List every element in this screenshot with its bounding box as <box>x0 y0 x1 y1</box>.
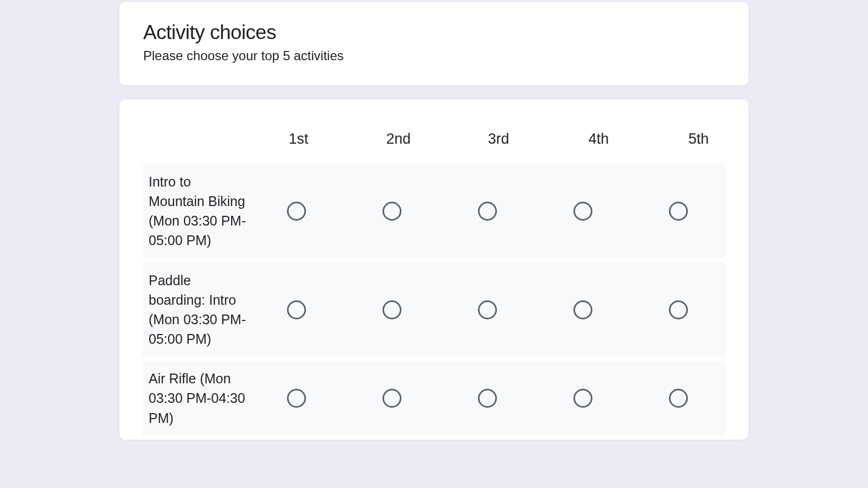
table-row: Intro to Mountain Biking (Mon 03:30 PM-0… <box>142 164 726 258</box>
radio-row0-5th[interactable] <box>669 202 688 221</box>
radio-row2-5th[interactable] <box>669 389 688 408</box>
radio-cell <box>535 300 630 319</box>
column-header-3rd: 3rd <box>449 131 548 147</box>
row-label: Paddle boarding: Intro (Mon 03:30 PM-05:… <box>142 271 248 349</box>
radio-row2-2nd[interactable] <box>382 389 401 408</box>
activity-grid-card: 1st 2nd 3rd 4th 5th Intro to Mountain Bi… <box>119 99 749 440</box>
radio-row1-3rd[interactable] <box>478 300 497 319</box>
radio-row2-3rd[interactable] <box>478 389 497 408</box>
grid-rows-container: Intro to Mountain Biking (Mon 03:30 PM-0… <box>119 164 749 435</box>
grid-header-spacer <box>119 131 248 147</box>
radio-cell <box>630 389 726 408</box>
radio-cell <box>439 389 535 408</box>
table-row: Paddle boarding: Intro (Mon 03:30 PM-05:… <box>142 262 726 357</box>
radio-cell <box>439 300 535 319</box>
section-description: Please choose your top 5 activities <box>143 48 725 63</box>
row-label: Air Rifle (Mon 03:30 PM-04:30 PM) <box>142 369 248 428</box>
radio-row0-4th[interactable] <box>573 202 592 221</box>
radio-row0-1st[interactable] <box>287 202 306 221</box>
radio-cell <box>535 389 630 408</box>
column-header-1st: 1st <box>248 131 348 147</box>
radio-cell <box>248 389 344 408</box>
radio-cell <box>344 389 439 408</box>
radio-cell <box>630 300 726 319</box>
radio-cell <box>248 300 344 319</box>
radio-row1-4th[interactable] <box>573 300 592 319</box>
radio-row2-1st[interactable] <box>287 389 306 408</box>
section-header-card: Activity choices Please choose your top … <box>119 1 749 86</box>
radio-cell <box>439 202 535 221</box>
radio-row1-2nd[interactable] <box>382 300 401 319</box>
radio-cell <box>248 202 344 221</box>
radio-row1-5th[interactable] <box>669 300 688 319</box>
radio-cell <box>344 202 439 221</box>
radio-cell <box>344 300 439 319</box>
radio-row2-4th[interactable] <box>573 389 592 408</box>
column-header-4th: 4th <box>548 131 648 147</box>
grid-header-row: 1st 2nd 3rd 4th 5th <box>119 131 749 164</box>
radio-cell <box>535 202 630 221</box>
column-header-5th: 5th <box>649 131 749 147</box>
radio-row0-2nd[interactable] <box>382 202 401 221</box>
radio-cell <box>630 202 726 221</box>
column-header-2nd: 2nd <box>348 131 448 147</box>
radio-row1-1st[interactable] <box>287 300 306 319</box>
table-row: Air Rifle (Mon 03:30 PM-04:30 PM) <box>142 361 726 435</box>
radio-row0-3rd[interactable] <box>478 202 497 221</box>
row-label: Intro to Mountain Biking (Mon 03:30 PM-0… <box>142 172 248 251</box>
section-title: Activity choices <box>143 21 725 44</box>
